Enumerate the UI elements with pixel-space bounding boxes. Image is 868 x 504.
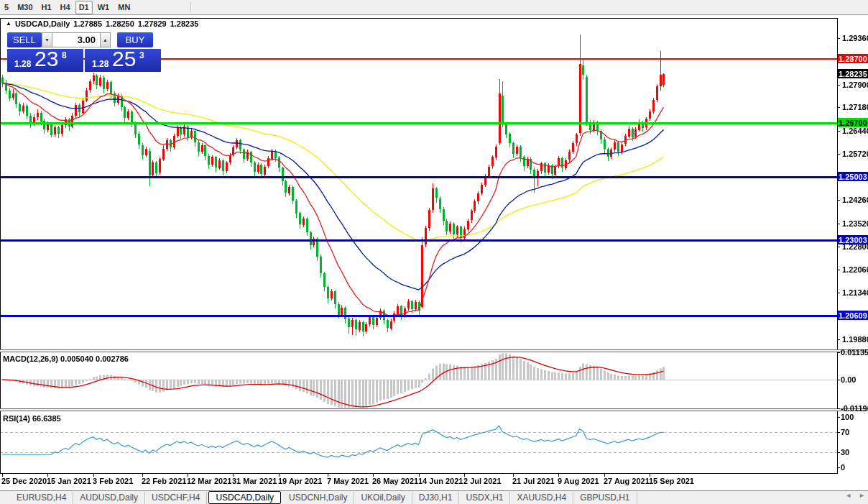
timeframe-button-h4[interactable]: H4 xyxy=(57,1,74,14)
date-axis-label: 2 Jul 2021 xyxy=(463,477,502,485)
rsi-axis-tick: 100 xyxy=(841,413,854,421)
macd-axis-tick: 0.00 xyxy=(841,375,856,384)
price-badge-1.20609: 1.20609 xyxy=(838,311,868,320)
rsi-axis-tick: 70 xyxy=(841,428,849,436)
macd-axis-tick: 0.01135 xyxy=(841,348,868,357)
date-axis-label: 21 Jul 2021 xyxy=(512,477,555,485)
tab-scroll-right-icon[interactable]: ► xyxy=(859,492,865,499)
toolbar-separator xyxy=(190,2,191,12)
timeframe-button-m30[interactable]: M30 xyxy=(14,1,36,14)
volume-input[interactable]: 3.00 xyxy=(52,32,100,47)
sell-price-prefix: 1.28 xyxy=(14,59,31,69)
chart-tab-dj30[interactable]: DJ30,H1 xyxy=(412,492,460,504)
chart-canvas[interactable] xyxy=(0,0,868,504)
sell-button[interactable]: SELL xyxy=(7,32,42,47)
chart-tab-bar: EURUSD,H4AUDUSD,DailyUSDCHF,H4USDCAD,Dai… xyxy=(0,490,868,504)
rsi-axis-tick: 30 xyxy=(841,448,849,457)
sell-price-sup: 8 xyxy=(62,50,67,60)
price-badge-1.25003: 1.25003 xyxy=(838,172,868,181)
price-axis-tick: 1.19880 xyxy=(842,335,868,344)
volume-increase-button[interactable]: ▲ xyxy=(100,32,111,47)
chart-tab-xauusd[interactable]: XAUUSD,H4 xyxy=(510,492,573,504)
tab-scrollers: ◄ ► xyxy=(845,492,865,499)
buy-price-prefix: 1.28 xyxy=(92,59,108,69)
macd-label: MACD(12,26,9) 0.005040 0.002786 xyxy=(3,354,129,363)
chart-tab-ukoil[interactable]: UKOil,Daily xyxy=(354,492,412,504)
timeframe-button-5[interactable]: 5 xyxy=(1,1,12,14)
price-axis-tick: 1.26440 xyxy=(842,127,868,135)
chart-tab-gbpusd[interactable]: GBPUSD,H1 xyxy=(573,492,637,504)
ohlc-open: 1.27885 xyxy=(73,19,102,28)
rsi-label: RSI(14) 66.6385 xyxy=(3,414,61,423)
timeframe-button-h1[interactable]: H1 xyxy=(38,1,55,14)
timeframe-button-mn[interactable]: MN xyxy=(114,1,134,14)
macd-axis-tick: -0.01190 xyxy=(841,404,868,413)
tab-scroll-left-icon[interactable]: ◄ xyxy=(845,492,851,499)
date-axis-label: 14 Jun 2021 xyxy=(418,477,463,485)
ohlc-high: 1.28250 xyxy=(106,19,134,28)
timeframe-toolbar: 5M30H1H4D1W1MN xyxy=(0,0,868,15)
ohlc-close: 1.28235 xyxy=(170,19,199,28)
price-axis-tick: 1.27180 xyxy=(842,103,868,111)
date-axis-label: 12 Mar 2021 xyxy=(187,477,231,485)
price-badge-1.28700: 1.28700 xyxy=(838,54,868,63)
one-click-trade-panel: SELL ▼ 3.00 ▲ BUY 1.28 23 8 1.28 25 3 xyxy=(7,32,161,72)
date-axis-label: 15 Sep 2021 xyxy=(649,477,694,485)
price-badge-1.26700: 1.26700 xyxy=(838,118,868,127)
chart-tab-eurusd[interactable]: EURUSD,H4 xyxy=(10,492,73,504)
date-axis-label: 3 Feb 2021 xyxy=(93,477,133,485)
sell-price-big: 23 xyxy=(34,47,58,71)
date-axis-label: 9 Aug 2021 xyxy=(558,477,599,485)
timeframe-button-w1[interactable]: W1 xyxy=(94,1,114,14)
price-axis-tick: 1.21340 xyxy=(842,288,868,297)
date-axis-label: 15 Jan 2021 xyxy=(47,477,91,485)
buy-price-box[interactable]: 1.28 25 3 xyxy=(85,49,161,72)
price-axis-tick: 1.29360 xyxy=(842,34,868,42)
date-axis-label: 27 Aug 2021 xyxy=(604,477,650,485)
volume-decrease-button[interactable]: ▼ xyxy=(42,32,52,47)
price-badge-1.28235: 1.28235 xyxy=(838,69,868,78)
price-axis-tick: 1.25720 xyxy=(842,150,868,158)
buy-button[interactable]: BUY xyxy=(117,32,153,47)
buy-price-big: 25 xyxy=(112,47,136,71)
chart-title: ▲ USDCAD,Daily 1.27885 1.28250 1.27829 1… xyxy=(6,19,198,28)
date-axis-label: 31 Mar 2021 xyxy=(232,477,277,485)
chart-symbol: USDCAD,Daily xyxy=(15,19,70,28)
ohlc-low: 1.27829 xyxy=(138,19,167,28)
chart-tab-usdx[interactable]: USDX,H1 xyxy=(459,492,510,504)
sell-price-box[interactable]: 1.28 23 8 xyxy=(7,49,83,72)
date-axis-label: 22 Feb 2021 xyxy=(142,477,186,485)
buy-price-sup: 3 xyxy=(139,50,144,60)
price-badge-1.23003: 1.23003 xyxy=(838,235,868,244)
date-axis-label: 25 Dec 2020 xyxy=(1,477,47,485)
price-axis-tick: 1.23520 xyxy=(842,219,868,228)
price-axis-tick: 1.24260 xyxy=(842,196,868,204)
date-axis-label: 26 May 2021 xyxy=(372,477,418,485)
collapse-trade-panel-icon[interactable]: ▲ xyxy=(6,20,11,27)
date-axis-label: 7 May 2021 xyxy=(327,477,369,485)
chart-tab-usdcad[interactable]: USDCAD,Daily xyxy=(208,491,281,504)
price-axis-tick: 1.22060 xyxy=(842,265,868,274)
chart-tab-audusd[interactable]: AUDUSD,Daily xyxy=(73,492,145,504)
price-axis-tick: 1.27900 xyxy=(842,81,868,89)
chart-tab-usdchf[interactable]: USDCHF,H4 xyxy=(145,492,207,504)
date-axis-label: 19 Apr 2021 xyxy=(278,477,322,485)
rsi-axis-tick: 0 xyxy=(841,463,845,472)
chart-tab-usdcnh[interactable]: USDCNH,Daily xyxy=(282,492,354,504)
timeframe-button-d1[interactable]: D1 xyxy=(75,1,93,14)
